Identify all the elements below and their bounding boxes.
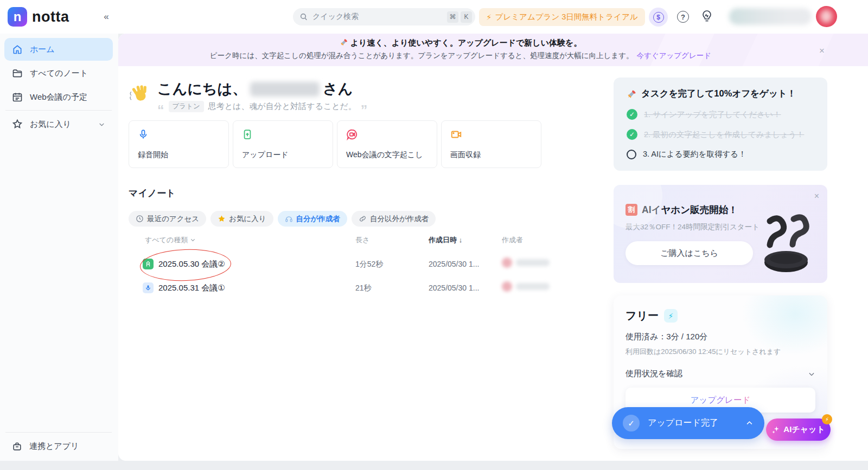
headphones-icon: [285, 215, 293, 223]
check-circle-icon: ✓: [627, 129, 637, 140]
column-length[interactable]: 長さ: [355, 235, 369, 245]
lightbulb-icon: [701, 10, 713, 23]
column-created[interactable]: 作成日時 ↓: [429, 235, 462, 245]
note-row-title[interactable]: 2025.05.31 会議①: [143, 282, 225, 293]
sidebar-item-integrations[interactable]: 連携とアプリ: [4, 435, 113, 458]
tasks-title: タスクを完了して10%オフをゲット！: [627, 88, 814, 100]
chevron-up-icon[interactable]: [745, 419, 754, 427]
sidebar-item-label: ホーム: [30, 44, 55, 55]
note-created: 2025/05/30 1...: [429, 260, 479, 268]
action-label: 録音開始: [138, 150, 220, 160]
chevron-down-icon: [98, 121, 105, 128]
quick-actions: 録音開始 アップロード Web会議の文字起こし 画面収録: [129, 120, 541, 168]
action-label: Web会議の文字起こし: [346, 150, 428, 160]
dollar-coin-icon: $: [653, 12, 664, 23]
check-circle-icon: ✓: [627, 109, 637, 120]
blurred-creator-avatar: [502, 281, 512, 292]
blurred-username: [729, 8, 812, 25]
microphone-icon: [138, 128, 149, 140]
chevron-down-icon: [808, 370, 815, 378]
start-recording-card[interactable]: 録音開始: [129, 120, 229, 168]
quote-text: 思考とは、魂が自分と対話することだ。: [208, 101, 356, 112]
upload-complete-toast[interactable]: ✓ アップロード完了: [612, 407, 764, 439]
blurred-creator-name: [516, 283, 550, 290]
credits-button[interactable]: $: [649, 8, 668, 27]
usage-details-toggle[interactable]: 使用状況を確認: [626, 369, 815, 379]
action-label: アップロード: [242, 150, 324, 160]
cmd-keycap: ⌘: [447, 11, 458, 23]
sidebar-item-home[interactable]: ホーム: [4, 38, 113, 61]
ai-chat-label: AIチャット: [783, 424, 825, 435]
note-length: 1分52秒: [355, 260, 383, 269]
filter-created-by-others[interactable]: 自分以外が作成者: [352, 211, 436, 227]
quote-close-icon: ”: [361, 107, 368, 113]
banner-line2: ピーク時には、文字起こしの処理が混み合うことがあります。プランをアップグレードす…: [118, 51, 803, 61]
sidebar-item-all-notes[interactable]: すべてのノート: [4, 62, 113, 85]
premium-trial-button[interactable]: ⚡ プレミアムプラン 3日間無料トライアル: [479, 8, 645, 26]
main-panel: より速く、より使いやすく。アップグレードで新しい体験を。 ピーク時には、文字起こ…: [118, 34, 868, 461]
task-item-ai-summary[interactable]: 3. AIによる要約を取得する！: [627, 149, 814, 159]
quick-search-input[interactable]: クイック検索 ⌘ K: [293, 8, 475, 25]
earphones-image: [755, 209, 820, 276]
discount-tasks-card: タスクを完了して10%オフをゲット！ ✓ 1. サインアップを完了してください！…: [614, 78, 827, 171]
sidebar-item-meeting-schedule[interactable]: Web会議の予定: [4, 86, 113, 108]
sidebar-collapse-button[interactable]: «: [99, 10, 113, 24]
column-type[interactable]: すべての種類: [145, 235, 196, 245]
banner-line1: より速く、より使いやすく。アップグレードで新しい体験を。: [118, 38, 803, 48]
search-placeholder: クイック検索: [312, 12, 445, 22]
rocket-icon: [340, 38, 348, 47]
task-item-first-transcript: ✓ 2. 最初の文字起こしを作成してみましょう！: [627, 129, 814, 140]
waving-hand-icon: [129, 83, 152, 106]
sidebar-divider: [5, 110, 112, 111]
sidebar-item-label: 連携とアプリ: [29, 441, 79, 452]
app-logo[interactable]: n notta: [8, 7, 69, 27]
plan-name: フリー: [626, 308, 659, 323]
meeting-transcribe-card[interactable]: Web会議の文字起こし: [337, 120, 437, 168]
empty-circle-icon: [627, 150, 636, 159]
notta-logo-icon: n: [8, 7, 27, 27]
sidebar-item-label: お気に入り: [30, 119, 71, 130]
note-created: 2025/05/30 1...: [429, 284, 479, 292]
star-icon: [218, 215, 226, 223]
banner-close-icon[interactable]: ×: [819, 46, 825, 56]
search-icon: [299, 12, 308, 21]
note-length: 21秒: [355, 284, 372, 293]
upgrade-now-link[interactable]: 今すぐアップグレード: [637, 51, 712, 60]
filter-recent[interactable]: 最近のアクセス: [129, 211, 206, 227]
briefcase-icon: [12, 441, 22, 452]
star-icon: [12, 119, 23, 130]
premium-trial-label: プレミアムプラン 3日間無料トライアル: [495, 12, 638, 22]
action-label: 画面収録: [450, 150, 532, 160]
user-avatar[interactable]: [816, 6, 837, 27]
column-creator[interactable]: 作成者: [502, 235, 523, 245]
upgrade-banner: より速く、より使いやすく。アップグレードで新しい体験を。 ピーク時には、文字起こ…: [118, 34, 868, 66]
purchase-button[interactable]: ご購入はこちら: [626, 241, 753, 265]
meeting-camera-icon: [346, 128, 358, 140]
screen-record-card[interactable]: 画面収録: [441, 120, 541, 168]
sidebar-item-label: Web会議の予定: [30, 92, 87, 102]
chevron-down-icon: [190, 237, 196, 243]
lightning-badge-icon: ⚡: [664, 309, 678, 323]
note-filters: 最近のアクセス お気に入り 自分が作成者 自分以外が作成者: [129, 211, 436, 227]
sort-desc-icon: ↓: [459, 236, 463, 244]
note-row-title[interactable]: 2025.05.30 会議②: [143, 259, 225, 269]
note-creator: [502, 281, 550, 292]
earphone-promo-card: × 割 AIイヤホン販売開始！ 最大32％OFF！24時間限定割引スタート ご購…: [614, 185, 827, 283]
filter-favorites[interactable]: お気に入り: [210, 211, 273, 227]
promo-close-icon[interactable]: ×: [814, 191, 819, 201]
help-button[interactable]: ?: [677, 11, 689, 23]
upload-card[interactable]: アップロード: [233, 120, 333, 168]
microphone-icon: [143, 282, 154, 293]
sidebar: ホーム すべてのノート Web会議の予定 お気に入り 連携とアプリ: [0, 34, 118, 461]
filter-created-by-me[interactable]: 自分が作成者: [278, 211, 347, 227]
k-keycap: K: [461, 11, 472, 23]
ai-chat-button[interactable]: AIチャット ⚡: [766, 419, 831, 441]
check-icon: ✓: [623, 415, 640, 432]
quote-author-chip: プラトン: [169, 101, 204, 112]
tips-button[interactable]: [701, 10, 714, 24]
daily-quote: “ プラトン 思考とは、魂が自分と対話することだ。 ”: [157, 101, 367, 112]
quote-open-icon: “: [157, 107, 164, 113]
screen-record-icon: [450, 128, 462, 140]
calendar-icon: [12, 92, 23, 102]
sidebar-item-favorites[interactable]: お気に入り: [4, 113, 113, 136]
